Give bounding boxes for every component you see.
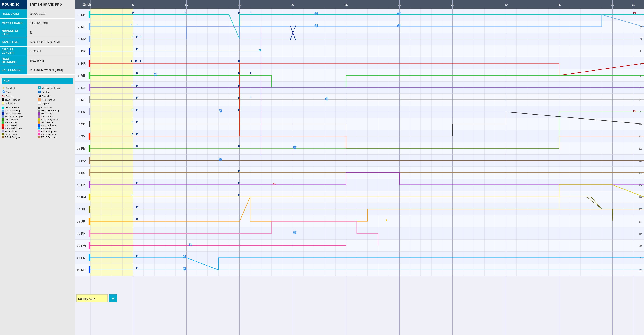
key-excluded: E Excluded [38,94,73,98]
mv-color-swatch [2,115,4,118]
right-20: 20 [639,245,642,247]
right-9: 9 [640,111,641,114]
kr-name: KR: K Raikkonen [5,127,22,130]
pw-stripe [88,242,90,249]
key-eg: EG: E Guiterrez [38,136,73,138]
dr-pit1: P [136,48,138,51]
key-me: ME: M Ericsson [38,124,73,127]
dr-color-swatch [2,112,4,115]
key-penalty: Pe Penalty [2,94,37,98]
key-fm: FM: F Massa [2,118,37,121]
right-3: 3 [640,38,642,41]
excluded-icon: E [38,95,41,97]
sv-pit1: P [132,133,133,136]
sv-pit2: P [136,133,138,136]
safety-car-label: Safety Car [78,297,95,301]
left-panel: ROUND 10 BRITISH GRAND PRIX RACE DATE: 1… [0,0,75,335]
code-jp: JP [81,220,85,223]
starttime-row: START TIME 13:00 Local - 12:00 GMT [0,37,74,47]
mv-stripe [88,35,90,42]
me-spin: 🌀 [182,267,186,271]
rg-spin: 🌀 [218,158,222,161]
pos-8: 8 [78,99,80,102]
right-17: 17 [639,208,642,211]
laprec-row: LAP RECORD: 1:33.401 M Webber [2013] [0,65,74,75]
lapped-icon [38,102,41,105]
lap-52-label: 52 [632,3,635,6]
lh-pit4: P [250,11,252,14]
right-5: 5 [640,62,641,65]
race-name: BRITISH GRAND PRIX [27,0,74,9]
cs-pit1: P [132,84,133,87]
right-15: 15 [639,184,642,187]
rh-name: RH: R Haryanto [41,130,56,133]
nh-name: NH: N Hulkenberg [41,109,59,112]
key-safetycar: Safety Car [2,102,37,105]
kr-pit2: P [135,60,137,63]
eg-pit1: P [238,169,240,172]
pos-2: 2 [78,26,80,29]
racdist-label: RACE DISTANCE: [0,56,27,65]
code-kr: KR [81,62,86,65]
jp-stripe [88,218,90,225]
pos-7: 7 [78,86,80,89]
lap-35-label: 35 [451,3,454,6]
right-panel: Grid [75,0,644,335]
code-vb: VB [81,74,86,77]
me-color-swatch [38,124,40,126]
circuit-row: CIRCUIT NAME: SILVERSTONE [0,19,74,28]
nh-pit2: P [238,96,240,99]
rg-stripe [88,157,90,164]
mechanical-icon: M [38,86,41,89]
code-dr: DR [81,49,86,53]
code-pw: PW [81,244,86,247]
cs-name: CS: C Sainz [41,115,53,118]
nh-stripe [88,96,90,103]
jp-accident: ✦ [385,218,388,222]
cs-color-swatch [38,115,40,118]
dr-stripe [88,48,90,54]
laps-label: NUMBER OF LAPS: [0,28,27,37]
blackflag-label: Black Flagged [5,98,20,101]
kr-stripe [88,60,90,67]
jb-pit1: P [136,206,138,209]
pos-15: 15 [77,184,80,187]
lap-25-label: 25 [344,3,348,6]
round-label: ROUND 10 [0,0,27,9]
code-mv: MV [81,37,86,41]
code-nh: NH [81,98,86,102]
vb-stripe [88,72,90,79]
fm-pit1: P [136,145,138,148]
lh-pit3: P [238,11,240,14]
mv-name: MV: M Verstappen [5,115,23,118]
key-cs: CS: C Sainz [38,115,73,118]
pos-17: 17 [77,208,80,211]
key-pw: PW: P Wehrlein [38,133,73,136]
round-row: ROUND 10 BRITISH GRAND PRIX [0,0,74,9]
starttime-value: 13:00 Local - 12:00 GMT [27,37,74,46]
kr-pit1: P [130,60,132,63]
key-sp: SP: S Perez [38,106,73,109]
fm-color-swatch [2,118,4,121]
code-fm: FM [81,147,86,150]
lh-color-swatch [2,107,4,109]
key-header: KEY [2,78,73,84]
fm-stripe [88,145,90,152]
lap-1-label: 1 [90,3,92,6]
km-name: KM: K Magnussen [41,118,59,121]
accident-icon: ✦ [2,86,5,90]
vb-pit3: P [250,72,252,75]
sv-stripe [88,133,90,140]
code-jb: JB [81,208,85,211]
right-11: 11 [639,135,642,138]
pos-5: 5 [78,62,80,65]
nr-color-swatch [2,109,4,112]
me-name: ME: M Ericsson [41,124,56,127]
me-pit1: P [136,267,138,270]
redflag-label: Red Flagged [42,98,55,101]
nr-pit2: P [136,23,138,26]
lap-5-label: 5 [132,3,134,6]
code-fa: FA [81,110,85,114]
key-blackflag: Black Flagged [2,98,37,101]
lh-name: LH: L Hamilton [5,106,19,109]
